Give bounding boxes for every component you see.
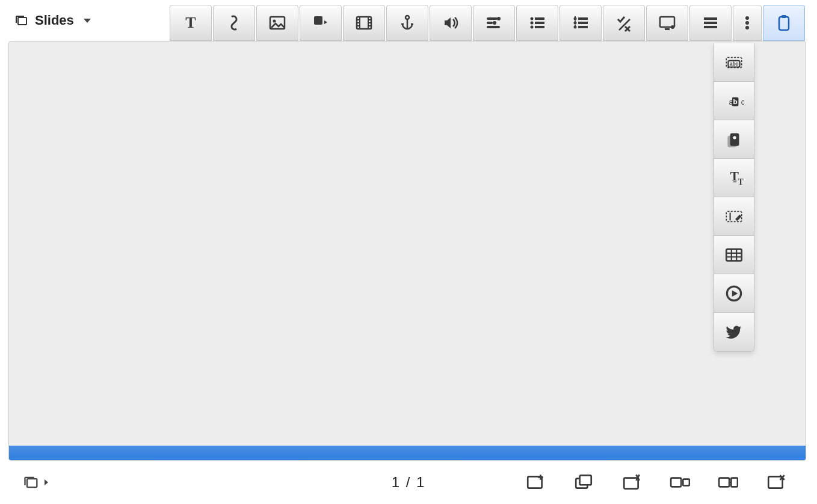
bullets-tool[interactable] (516, 5, 558, 41)
shape-tool[interactable] (300, 5, 342, 41)
numbered-tool[interactable] (560, 5, 602, 41)
duplicate-slide-button[interactable] (572, 470, 596, 494)
tt-icon (724, 168, 744, 188)
image-tool[interactable] (256, 5, 298, 41)
edit-area-tool[interactable] (714, 197, 754, 236)
top-toolbar: Slides (0, 0, 817, 41)
play-tool[interactable] (714, 274, 754, 313)
cards-tool[interactable] (714, 120, 754, 159)
abc-highlight-tool[interactable] (714, 82, 754, 120)
link-icon (224, 13, 244, 32)
view-switcher[interactable]: Slides (0, 0, 108, 41)
add-slide-button[interactable] (523, 470, 547, 494)
editbox-icon (724, 206, 744, 227)
duplicate-icon (573, 472, 594, 493)
lines-icon (701, 13, 720, 32)
bottom-actions (523, 470, 817, 494)
cards-icon (724, 129, 744, 150)
sliders-icon (484, 13, 504, 32)
closeslide-icon (766, 472, 786, 493)
link-tool[interactable] (213, 5, 255, 41)
sparkslide-icon (621, 472, 642, 493)
table-tool[interactable] (714, 236, 754, 274)
page-total: 1 (416, 474, 425, 490)
text-tool[interactable] (170, 5, 212, 41)
template-slide-button[interactable] (620, 470, 644, 494)
bullets-icon (528, 13, 547, 32)
clipboard-tool[interactable] (763, 5, 805, 41)
checkx-icon (614, 13, 634, 32)
video-tool[interactable] (343, 5, 385, 41)
align-tool[interactable] (473, 5, 515, 41)
split-view-button[interactable] (668, 470, 692, 494)
list-lines-tool[interactable] (689, 5, 732, 41)
numbered-icon (571, 13, 590, 32)
more-icon (738, 13, 757, 32)
page-separator: / (406, 474, 412, 490)
svg-rect-0 (18, 17, 26, 25)
bottom-bar: 1 / 1 (0, 461, 817, 504)
twitter-icon (724, 322, 744, 342)
mergeview-icon (718, 472, 738, 493)
caret-down-icon (84, 19, 91, 23)
svg-rect-1 (27, 479, 37, 487)
addslide-icon (525, 472, 546, 493)
audio-tool[interactable] (430, 5, 472, 41)
caret-right-icon (45, 479, 48, 485)
view-label: Slides (35, 13, 74, 28)
shape-icon (311, 13, 330, 32)
clipboard-icon (774, 13, 794, 32)
selabc-icon (724, 52, 744, 73)
slide-canvas[interactable] (8, 41, 806, 461)
select-text-tool[interactable] (714, 43, 754, 82)
sound-icon (441, 13, 460, 32)
close-slide-button[interactable] (764, 470, 788, 494)
slide-progress-strip (9, 446, 806, 460)
anchor-icon (398, 13, 417, 32)
twitter-tool[interactable] (714, 313, 754, 351)
more-tool[interactable] (733, 5, 762, 41)
presentation-tab-tool[interactable] (646, 5, 688, 41)
typography-tool[interactable] (714, 159, 754, 197)
film-icon (354, 13, 374, 32)
merge-view-button[interactable] (716, 470, 740, 494)
check-math-tool[interactable] (603, 5, 645, 41)
slide-list-toggle[interactable] (0, 474, 48, 491)
slides-stack-icon (23, 474, 40, 491)
table-icon (724, 245, 744, 265)
tool-row (168, 0, 817, 41)
anchor-tool[interactable] (386, 5, 428, 41)
splitview-icon (670, 472, 690, 493)
more-tools-panel (714, 43, 754, 352)
text-icon (181, 13, 200, 32)
play-icon (724, 283, 744, 304)
page-counter: 1 / 1 (392, 474, 426, 491)
screen-icon (658, 13, 677, 32)
abc-icon (724, 91, 744, 111)
slides-stack-icon (14, 13, 29, 28)
page-current: 1 (392, 474, 401, 490)
image-icon (268, 13, 287, 32)
